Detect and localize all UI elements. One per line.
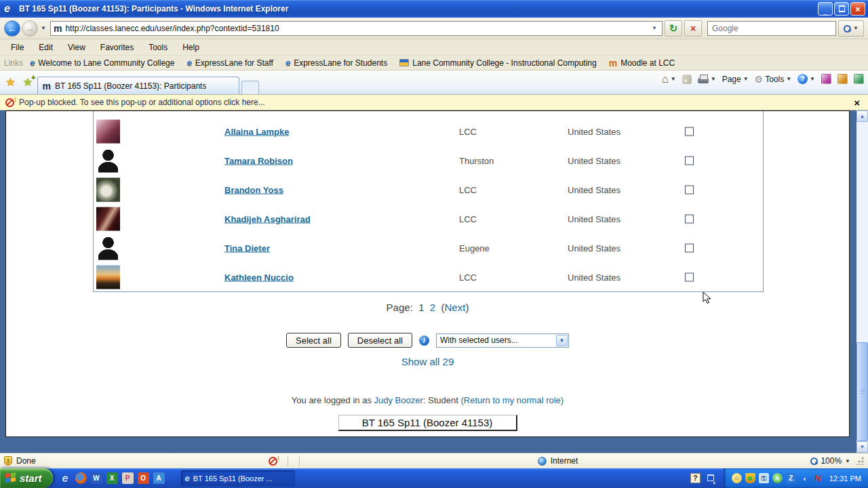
participant-name-link[interactable]: Kathleen Nuccio bbox=[224, 272, 294, 282]
infobar-close-icon[interactable]: × bbox=[851, 97, 863, 108]
show-all-link[interactable]: Show all 29 bbox=[401, 356, 454, 367]
search-box bbox=[707, 21, 836, 36]
tray-antivirus-icon[interactable]: A bbox=[772, 473, 783, 483]
avatar[interactable] bbox=[96, 119, 120, 143]
stop-button[interactable]: × bbox=[684, 20, 702, 37]
link-lcc-instructional[interactable]: Lane Community College - Instructional C… bbox=[399, 58, 596, 68]
deselect-all-button[interactable]: Deselect all bbox=[348, 333, 412, 348]
participant-name-link[interactable]: Allaina Lampke bbox=[224, 126, 289, 136]
menu-view[interactable]: View bbox=[61, 41, 92, 54]
quicklaunch-ie-icon[interactable]: e bbox=[60, 472, 71, 484]
history-dropdown-icon[interactable]: ▼ bbox=[41, 25, 46, 31]
participants-table: Allaina Lampke LCC United States Tamara … bbox=[93, 111, 764, 292]
tray-shield-icon[interactable] bbox=[745, 473, 755, 483]
search-button[interactable]: ▼ bbox=[838, 20, 864, 37]
quicklaunch-access-icon[interactable]: P bbox=[122, 472, 134, 484]
return-role-link[interactable]: (Return to my normal role) bbox=[460, 395, 564, 405]
table-row: Kathleen Nuccio LCC United States bbox=[94, 262, 763, 291]
start-button[interactable]: start bbox=[0, 468, 53, 488]
participant-checkbox[interactable] bbox=[685, 127, 694, 136]
moodle-icon: m bbox=[609, 59, 617, 67]
participant-checkbox[interactable] bbox=[685, 214, 694, 223]
zoom-control[interactable]: 100% ▼ bbox=[810, 456, 850, 466]
menu-tools[interactable]: Tools bbox=[142, 41, 174, 54]
feeds-button[interactable] bbox=[682, 75, 692, 84]
logged-in-user-link[interactable]: Judy Boozer bbox=[374, 395, 423, 405]
zone-label: Internet bbox=[551, 456, 578, 466]
tray-novell-icon[interactable]: N bbox=[813, 473, 823, 483]
gear-icon: ⚙ bbox=[755, 75, 764, 84]
quicklaunch-firefox-icon[interactable] bbox=[75, 472, 87, 484]
favorites-center-icon[interactable]: ★ bbox=[5, 75, 16, 89]
home-button[interactable]: ⌂▼ bbox=[662, 75, 676, 84]
participant-name-link[interactable]: Tamara Robison bbox=[224, 155, 293, 165]
minimize-button[interactable]: _ bbox=[818, 2, 833, 16]
research-icon[interactable] bbox=[837, 74, 848, 84]
language-restore-icon[interactable] bbox=[706, 474, 714, 482]
link-moodle-lcc[interactable]: m Moodle at LCC bbox=[609, 58, 675, 68]
menu-help[interactable]: Help bbox=[176, 41, 206, 54]
vertical-scrollbar[interactable]: ▲ ▼ bbox=[856, 110, 868, 453]
participant-checkbox[interactable] bbox=[685, 243, 694, 252]
pagination-next[interactable]: Next bbox=[445, 302, 466, 313]
avatar[interactable] bbox=[96, 207, 120, 230]
menu-edit[interactable]: Edit bbox=[32, 41, 60, 54]
quicklaunch-outlook-icon[interactable]: A bbox=[153, 472, 165, 484]
restore-button[interactable] bbox=[834, 2, 849, 16]
avatar[interactable] bbox=[96, 236, 120, 260]
close-button[interactable]: × bbox=[850, 2, 865, 16]
task-button-active[interactable]: e BT 165 Sp11 (Boozer ... bbox=[181, 470, 295, 486]
url-input[interactable] bbox=[65, 24, 650, 33]
page-menu[interactable]: Page▼ bbox=[722, 75, 749, 84]
messenger-icon[interactable] bbox=[821, 74, 831, 84]
send-note-icon[interactable] bbox=[854, 74, 864, 84]
url-dropdown-icon[interactable]: ▼ bbox=[650, 25, 659, 31]
participant-name-link[interactable]: Tina Dieter bbox=[224, 243, 270, 253]
info-icon[interactable]: i bbox=[419, 336, 429, 346]
link-expresslane-students[interactable]: e ExpressLane for Students bbox=[285, 58, 387, 68]
scrollbar-thumb[interactable] bbox=[856, 342, 868, 441]
avatar[interactable] bbox=[96, 265, 120, 289]
tab-active[interactable]: m BT 165 Sp11 (Boozer 41153): Participan… bbox=[37, 77, 239, 94]
course-shortname-button[interactable]: BT 165 Sp11 (Boozer 41153) bbox=[338, 415, 517, 431]
language-help-icon[interactable]: ? bbox=[690, 473, 701, 483]
scroll-up-icon[interactable]: ▲ bbox=[856, 110, 868, 122]
pagination-page-2[interactable]: 2 bbox=[430, 302, 435, 313]
print-button[interactable]: ▼ bbox=[698, 75, 716, 83]
back-button[interactable]: ← bbox=[4, 20, 20, 37]
refresh-button[interactable]: ↻ bbox=[665, 20, 682, 37]
link-expresslane-staff[interactable]: e ExpressLane for Staff bbox=[186, 58, 273, 68]
link-welcome-lcc[interactable]: e Welcome to Lane Community College bbox=[30, 58, 174, 68]
add-favorite-icon[interactable]: ★ bbox=[22, 75, 33, 89]
quicklaunch-word-icon[interactable]: W bbox=[91, 472, 102, 484]
participant-city: LCC bbox=[459, 126, 477, 136]
quicklaunch-powerpoint-icon[interactable]: O bbox=[138, 472, 149, 484]
forward-button[interactable]: → bbox=[22, 20, 38, 37]
avatar[interactable] bbox=[96, 178, 120, 201]
tray-z-icon[interactable]: Z bbox=[786, 473, 796, 483]
home-icon: ⌂ bbox=[662, 75, 669, 84]
avatar[interactable] bbox=[96, 148, 120, 172]
participant-country: United States bbox=[568, 155, 620, 165]
scroll-down-icon[interactable]: ▼ bbox=[856, 441, 868, 453]
tray-messenger-icon[interactable]: ☺ bbox=[732, 473, 742, 483]
quicklaunch-excel-icon[interactable]: X bbox=[106, 472, 118, 484]
popup-blocked-bar[interactable]: ! Pop-up blocked. To see this pop-up or … bbox=[0, 95, 868, 110]
participant-checkbox[interactable] bbox=[685, 272, 694, 281]
select-all-button[interactable]: Select all bbox=[286, 333, 341, 348]
tray-key-icon[interactable]: ⚿ bbox=[759, 473, 769, 483]
tab-label: BT 165 Sp11 (Boozer 41153): Participants bbox=[55, 81, 206, 91]
participant-checkbox[interactable] bbox=[685, 185, 694, 194]
help-menu[interactable]: ?▼ bbox=[797, 74, 815, 84]
search-input[interactable] bbox=[712, 24, 831, 33]
menu-favorites[interactable]: Favorites bbox=[94, 41, 140, 54]
tools-menu[interactable]: ⚙Tools▼ bbox=[755, 75, 792, 84]
with-selected-users-select[interactable]: With selected users... ▼ bbox=[436, 333, 569, 348]
participant-name-link[interactable]: Khadijeh Asgharirad bbox=[224, 214, 311, 224]
participant-checkbox[interactable] bbox=[685, 156, 694, 165]
ie-logo-icon: e bbox=[4, 3, 16, 15]
menu-file[interactable]: File bbox=[4, 41, 31, 54]
new-tab-button[interactable] bbox=[241, 81, 259, 94]
participant-name-link[interactable]: Brandon Yoss bbox=[224, 184, 283, 195]
tray-volume-icon[interactable]: ◖ bbox=[800, 473, 810, 483]
